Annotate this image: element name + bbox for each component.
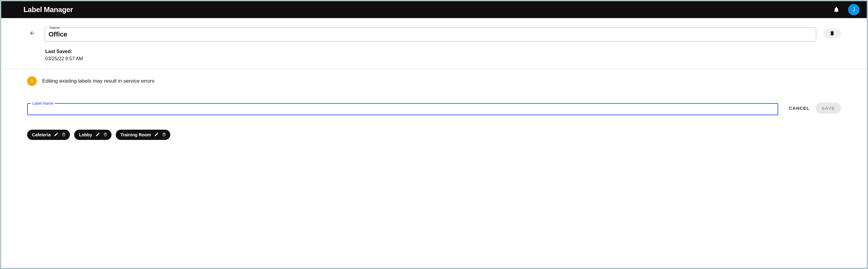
pencil-icon	[96, 132, 100, 138]
trash-icon	[830, 30, 835, 37]
label-chip: Training Room	[116, 130, 170, 140]
chip-label: Training Room	[121, 132, 151, 137]
app-title: Label Manager	[24, 5, 73, 14]
trash-icon	[103, 132, 107, 138]
label-name-input[interactable]	[31, 106, 775, 112]
info-banner: i Editing existing labels may result in …	[27, 76, 841, 86]
name-input[interactable]	[49, 30, 812, 38]
notifications-button[interactable]	[833, 6, 840, 13]
bell-icon	[833, 6, 840, 13]
name-field-label: Name	[48, 25, 61, 30]
back-button[interactable]	[27, 28, 37, 39]
chip-label: Cafeteria	[32, 132, 51, 137]
meta-section: Last Saved: 03/25/22 9:57 AM	[45, 49, 841, 62]
delete-button[interactable]	[824, 29, 841, 38]
trash-icon	[61, 132, 66, 138]
app-header: Label Manager J	[1, 1, 867, 18]
label-name-field: Label Name	[27, 101, 778, 115]
last-saved-label: Last Saved:	[45, 49, 841, 54]
label-form-actions: CANCEL SAVE	[787, 102, 841, 114]
arrow-left-icon	[29, 30, 36, 37]
info-text: Editing existing labels may result in se…	[42, 78, 154, 84]
cancel-button[interactable]: CANCEL	[787, 103, 812, 113]
save-button[interactable]: SAVE	[815, 102, 841, 114]
chip-actions	[54, 132, 66, 138]
chip-delete-button[interactable]	[61, 132, 66, 138]
editor-body-section: i Editing existing labels may result in …	[1, 69, 867, 147]
pencil-icon	[154, 132, 159, 138]
user-avatar[interactable]: J	[848, 4, 860, 16]
chip-actions	[95, 132, 108, 138]
trash-icon	[162, 132, 166, 138]
name-field: Name	[44, 25, 816, 41]
name-row: Name	[27, 25, 841, 41]
svg-rect-1	[104, 133, 106, 136]
header-actions: J	[833, 4, 860, 16]
avatar-initial: J	[852, 7, 855, 13]
label-form-row: Label Name CANCEL SAVE	[27, 101, 841, 115]
svg-rect-0	[63, 133, 65, 136]
label-chip: Cafeteria	[27, 130, 70, 140]
pencil-icon	[54, 132, 59, 138]
last-saved-value: 03/25/22 9:57 AM	[45, 56, 841, 62]
chip-edit-button[interactable]	[54, 132, 59, 138]
svg-rect-2	[163, 133, 165, 136]
editor-header-section: Name Last Saved: 03/25/22 9:57 AM	[1, 18, 867, 69]
info-icon: i	[27, 76, 37, 86]
labels-chip-row: CafeteriaLobbyTraining Room	[27, 130, 841, 140]
chip-actions	[154, 132, 167, 138]
app-container: Label Manager J Name	[1, 1, 867, 268]
chip-edit-button[interactable]	[95, 132, 100, 138]
chip-delete-button[interactable]	[103, 132, 108, 138]
chip-delete-button[interactable]	[161, 132, 167, 138]
chip-edit-button[interactable]	[154, 132, 159, 138]
label-chip: Lobby	[74, 130, 112, 140]
chip-label: Lobby	[79, 132, 92, 137]
label-name-field-label: Label Name	[31, 101, 55, 106]
